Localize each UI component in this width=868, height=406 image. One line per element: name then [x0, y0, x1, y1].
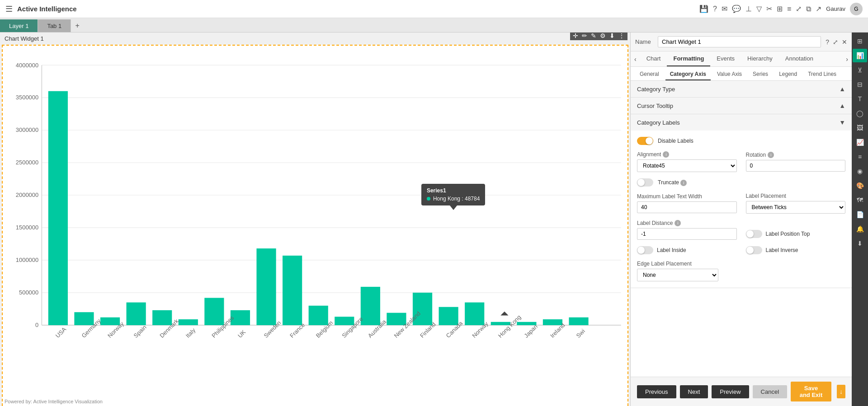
table-icon[interactable]: ⊞	[777, 5, 783, 13]
label-inside-inverse-row: Label Inside Label Inverse	[637, 246, 845, 254]
subtab-category-axis[interactable]: Category Axis	[665, 69, 711, 80]
expand-icon[interactable]: ⤢	[796, 5, 802, 13]
subtab-series[interactable]: Series	[748, 69, 773, 80]
accordion-cursor-tooltip-header[interactable]: Cursor Tooltip ▲	[631, 98, 852, 114]
tab-bar: Layer 1 Tab 1 +	[0, 18, 868, 33]
truncate-row: Truncate i	[637, 178, 845, 187]
widget-name-input[interactable]	[658, 36, 821, 47]
label-distance-input[interactable]	[637, 228, 737, 240]
edge-label-placement-select[interactable]: None	[637, 269, 718, 281]
sidebar-gauge-icon[interactable]: ◉	[853, 164, 867, 178]
accordion-category-labels-header[interactable]: Category Labels ▼	[631, 114, 852, 131]
list-icon[interactable]: ≡	[787, 5, 791, 13]
rotation-input[interactable]	[746, 160, 846, 172]
truncate-info-icon[interactable]: i	[680, 180, 687, 186]
sidebar-list-icon[interactable]: ≡	[853, 150, 867, 163]
sidebar-report-icon[interactable]: 📄	[853, 208, 867, 221]
sidebar-chart-icon[interactable]: 📊	[853, 49, 867, 62]
settings-icon[interactable]: ⚙	[600, 33, 606, 39]
filter-icon[interactable]: ⊥	[745, 5, 752, 13]
window-icon[interactable]: ⧉	[806, 5, 811, 13]
subtab-general[interactable]: General	[635, 69, 664, 80]
tab-events[interactable]: Events	[710, 51, 741, 66]
disable-labels-row: Disable Labels	[637, 137, 845, 145]
panel-tab-next[interactable]: ›	[842, 52, 852, 66]
pen-icon[interactable]: ✏	[582, 33, 587, 39]
category-labels-toggle[interactable]: ▼	[839, 119, 845, 126]
subtab-trend-lines[interactable]: Trend Lines	[803, 69, 841, 80]
tab-chart[interactable]: Chart	[640, 51, 667, 66]
help-icon[interactable]: ?	[713, 5, 717, 13]
svg-rect-36	[465, 303, 484, 325]
panel-tab-prev[interactable]: ‹	[631, 52, 640, 66]
panel-header: Name ? ⤢ ✕	[631, 33, 852, 51]
label-distance-info-icon[interactable]: i	[675, 220, 681, 226]
cancel-button[interactable]: Cancel	[753, 385, 787, 398]
subtab-value-axis[interactable]: Value Axis	[712, 69, 746, 80]
more-icon[interactable]: ⋮	[618, 33, 625, 39]
accordion-category-labels: Category Labels ▼ Disable Labels	[631, 114, 852, 288]
previous-button[interactable]: Previous	[637, 385, 676, 398]
subtab-legend[interactable]: Legend	[774, 69, 802, 80]
rotation-info-icon[interactable]: i	[768, 152, 774, 158]
label-inside-toggle[interactable]	[637, 246, 653, 254]
comment-icon[interactable]: 💬	[732, 5, 741, 13]
help-panel-icon[interactable]: ?	[826, 38, 829, 46]
share-icon[interactable]: ↗	[816, 5, 821, 13]
right-sidebar: ⊞ 📊 ⊻ ⊟ T ◯ 🖼 📈 ≡ ◉ 🎨 🗺 📄 🔔 ⬇	[852, 33, 868, 406]
name-label: Name	[635, 38, 653, 45]
layer-tab[interactable]: Layer 1	[0, 19, 38, 32]
sidebar-bell-icon[interactable]: 🔔	[853, 222, 867, 236]
truncate-toggle[interactable]	[637, 178, 653, 187]
sidebar-download-icon[interactable]: ⬇	[853, 237, 867, 250]
cursor-tooltip-toggle[interactable]: ▲	[839, 102, 845, 109]
sidebar-funnel-icon[interactable]: ⊻	[853, 63, 867, 77]
hamburger-menu[interactable]: ☰	[5, 4, 13, 14]
resize-panel-icon[interactable]: ⤢	[833, 38, 838, 46]
svg-rect-40	[569, 317, 588, 325]
add-tab-button[interactable]: +	[71, 19, 84, 32]
avatar[interactable]: G	[850, 3, 863, 15]
rotation-label: Rotation i	[746, 152, 846, 158]
sidebar-table-icon[interactable]: ⊟	[853, 78, 867, 91]
alignment-info-icon[interactable]: i	[663, 151, 669, 158]
accordion-category-type-header[interactable]: Category Type ▲	[631, 81, 852, 97]
scissors-icon[interactable]: ✂	[766, 5, 772, 13]
alignment-group: Alignment i Rotate45	[637, 151, 737, 172]
download-button[interactable]: ↓	[837, 385, 845, 398]
sidebar-image-icon[interactable]: 🖼	[853, 121, 867, 135]
disable-labels-toggle[interactable]	[637, 137, 653, 145]
tab-annotation[interactable]: Annotation	[779, 51, 820, 66]
sidebar-palette-icon[interactable]: 🎨	[853, 179, 867, 192]
next-button[interactable]: Next	[680, 385, 708, 398]
edit-icon[interactable]: ✎	[591, 33, 596, 39]
tab1[interactable]: Tab 1	[38, 19, 71, 32]
sidebar-line-chart-icon[interactable]: 📈	[853, 135, 867, 149]
category-type-toggle[interactable]: ▲	[839, 85, 845, 93]
download-icon[interactable]: ⬇	[609, 33, 615, 39]
close-panel-icon[interactable]: ✕	[842, 38, 847, 46]
filter2-icon[interactable]: ▽	[756, 5, 762, 13]
sidebar-grid-icon[interactable]: ⊞	[853, 34, 867, 48]
label-inverse-toggle[interactable]	[746, 246, 762, 254]
alignment-select[interactable]: Rotate45	[637, 159, 737, 172]
mail-icon[interactable]: ✉	[722, 5, 727, 13]
label-inside-knob	[637, 247, 645, 254]
label-placement-select[interactable]: Between Ticks	[746, 201, 846, 214]
label-distance-label: Label Distance i	[637, 220, 737, 226]
label-position-top-toggle[interactable]	[746, 230, 762, 238]
preview-button[interactable]: Preview	[712, 385, 749, 398]
sidebar-text-icon[interactable]: T	[853, 92, 867, 106]
tab-hierarchy[interactable]: Hierarchy	[741, 51, 779, 66]
sidebar-map-icon[interactable]: 🗺	[853, 193, 867, 207]
max-label-width-input[interactable]	[637, 201, 737, 213]
svg-text:4000000: 4000000	[16, 62, 38, 69]
svg-rect-26	[204, 298, 224, 325]
svg-marker-62	[500, 312, 508, 316]
sidebar-circle-icon[interactable]: ◯	[853, 107, 867, 120]
tab-formatting[interactable]: Formatting	[667, 51, 710, 66]
save-exit-button[interactable]: Save and Exit	[791, 382, 831, 401]
save-icon[interactable]: 💾	[699, 5, 708, 13]
toggle-knob	[646, 137, 653, 145]
move-icon[interactable]: ✛	[573, 33, 578, 39]
